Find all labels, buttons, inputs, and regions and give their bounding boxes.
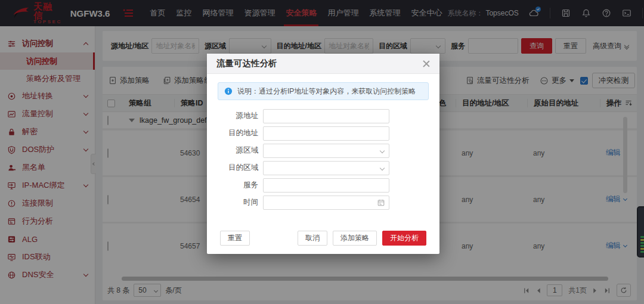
- modal-dst-addr-input[interactable]: [263, 126, 389, 141]
- modal-service-input[interactable]: [263, 178, 389, 193]
- modal-src-addr-input[interactable]: [263, 109, 389, 123]
- field-label-dst-zone: 目的区域: [207, 163, 258, 173]
- modal-time-input[interactable]: [263, 196, 389, 210]
- dialog-title: 流量可达性分析: [216, 58, 277, 69]
- modal-src-zone-select[interactable]: [263, 144, 389, 158]
- field-label-src-zone: 源区域: [207, 145, 258, 156]
- dialog-header: 流量可达性分析: [207, 54, 439, 74]
- modal-start-analysis-button[interactable]: 开始分析: [382, 231, 426, 246]
- field-label-dst-addr: 目的地址: [207, 128, 258, 138]
- modal-dst-zone-select[interactable]: [263, 161, 389, 175]
- traffic-analysis-dialog: 流量可达性分析 说明：通过分析IP地址等对象内容，来获取访问控制策略 源地址 目…: [207, 54, 439, 254]
- dialog-form: 源地址 目的地址 源区域 目的区域 服务 时间: [207, 106, 439, 211]
- info-icon: [224, 87, 233, 95]
- close-icon[interactable]: [423, 60, 430, 67]
- dialog-info-banner: 说明：通过分析IP地址等对象内容，来获取访问控制策略: [218, 82, 429, 100]
- dialog-footer: 重置 取消 添加策略 开始分析: [207, 231, 439, 246]
- field-label-service: 服务: [207, 180, 258, 190]
- modal-cancel-button[interactable]: 取消: [298, 231, 327, 246]
- field-label-src-addr: 源地址: [207, 111, 258, 121]
- dialog-info-text: 说明：通过分析IP地址等对象内容，来获取访问控制策略: [237, 86, 416, 97]
- app-window: 天融信 TOPSEC NGFW3.6 首页 监控 网络管理 资源管理 安全策略 …: [0, 0, 644, 304]
- chevron-down-icon: [380, 165, 385, 170]
- modal-reset-button[interactable]: 重置: [220, 231, 250, 246]
- calendar-icon: [377, 198, 385, 207]
- modal-add-policy-button[interactable]: 添加策略: [333, 231, 377, 246]
- field-label-time: 时间: [207, 197, 258, 207]
- chevron-down-icon: [380, 148, 385, 153]
